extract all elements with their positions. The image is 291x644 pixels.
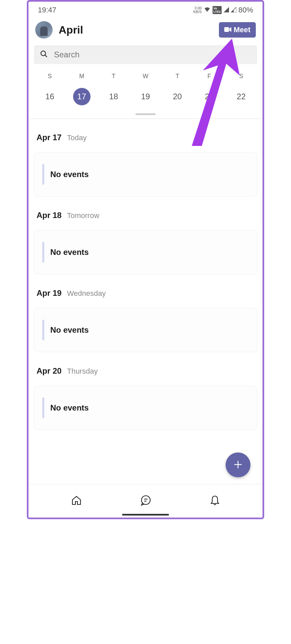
nav-chat[interactable] — [140, 494, 152, 508]
day-21[interactable]: 21 — [200, 88, 218, 105]
day-label: Thursday — [67, 367, 98, 376]
data-speed-icon: 3.00 KB/S — [193, 6, 202, 14]
nav-notifications[interactable] — [210, 495, 220, 507]
day-date: Apr 20 — [37, 366, 62, 376]
event-text: No events — [50, 325, 89, 335]
meet-label: Meet — [234, 25, 250, 34]
week-dates: 16 17 18 19 20 21 22 — [28, 88, 263, 105]
day-header: Apr 18 Tomorrow — [34, 211, 257, 220]
event-color-bar — [42, 164, 44, 185]
day-label-mon: M — [66, 70, 98, 88]
svg-rect-0 — [224, 27, 229, 32]
add-event-fab[interactable] — [226, 452, 250, 477]
day-16[interactable]: 16 — [41, 88, 59, 105]
svg-point-1 — [41, 51, 46, 56]
svg-line-2 — [45, 55, 47, 57]
search-icon — [40, 50, 48, 59]
agenda-list: Apr 17 Today No events Apr 18 Tomorrow N… — [28, 133, 263, 430]
avatar[interactable] — [35, 21, 53, 39]
day-label: Tomorrow — [67, 211, 100, 220]
signal-icon-1 — [224, 6, 229, 14]
svg-point-5 — [141, 496, 150, 504]
wifi-icon — [204, 6, 211, 14]
day-17-selected[interactable]: 17 — [73, 88, 91, 105]
day-label: Wednesday — [67, 289, 106, 298]
event-text: No events — [50, 170, 89, 179]
event-text: No events — [50, 248, 89, 257]
day-header: Apr 17 Today — [34, 133, 257, 142]
day-section: Apr 18 Tomorrow No events — [34, 211, 257, 274]
plus-icon — [234, 459, 242, 472]
day-19[interactable]: 19 — [137, 88, 154, 105]
day-label-fri: F — [193, 70, 225, 88]
day-section: Apr 20 Thursday No events — [34, 366, 257, 430]
event-color-bar — [42, 242, 44, 263]
day-20[interactable]: 20 — [169, 88, 186, 105]
event-color-bar — [42, 320, 44, 340]
signal-icon-2 — [231, 6, 236, 14]
day-label-tue: T — [98, 70, 129, 88]
meet-button[interactable]: Meet — [219, 22, 256, 38]
event-card[interactable]: No events — [34, 152, 257, 197]
video-icon — [224, 25, 232, 34]
event-card[interactable]: No events — [34, 386, 257, 430]
nav-home[interactable] — [71, 495, 82, 507]
drag-handle[interactable] — [135, 113, 156, 115]
day-section: Apr 19 Wednesday No events — [34, 288, 257, 352]
event-card[interactable]: No events — [34, 230, 257, 274]
day-date: Apr 17 — [37, 133, 62, 142]
gesture-handle[interactable] — [122, 514, 169, 516]
volte-icon: VoLTE2 — [213, 6, 222, 14]
day-header: Apr 20 Thursday — [34, 366, 257, 376]
search-input[interactable] — [54, 50, 251, 59]
status-bar: 19:47 3.00 KB/S VoLTE2 80% — [28, 2, 263, 17]
week-day-labels: S M T W T F S — [28, 70, 263, 88]
bottom-nav — [28, 484, 263, 518]
event-card[interactable]: No events — [34, 308, 257, 352]
search-bar[interactable] — [34, 45, 257, 64]
day-header: Apr 19 Wednesday — [34, 288, 257, 298]
day-label-thu: T — [162, 70, 193, 88]
day-label-sat: S — [225, 70, 257, 88]
header: April Meet — [28, 17, 263, 45]
status-indicators: 3.00 KB/S VoLTE2 80% — [193, 6, 253, 14]
day-label-sun: S — [34, 70, 66, 88]
day-label-wed: W — [129, 70, 161, 88]
day-section: Apr 17 Today No events — [34, 133, 257, 197]
divider — [28, 118, 263, 119]
day-date: Apr 19 — [37, 288, 62, 298]
battery-text: 80% — [238, 6, 253, 14]
month-title[interactable]: April — [59, 24, 213, 36]
status-time: 19:47 — [38, 6, 56, 14]
day-18[interactable]: 18 — [105, 88, 122, 105]
event-text: No events — [50, 403, 89, 413]
day-date: Apr 18 — [37, 211, 62, 220]
day-label: Today — [67, 133, 87, 142]
event-color-bar — [42, 397, 44, 418]
day-22[interactable]: 22 — [232, 88, 250, 105]
